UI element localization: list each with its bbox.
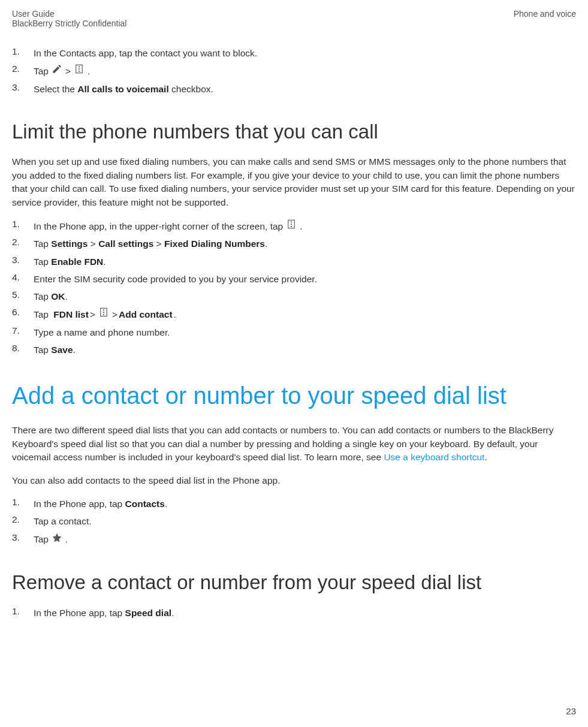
svg-point-5 [291,221,292,222]
step-text: Tap . [34,532,576,547]
list-item: 3. Tap Enable FDN. [12,255,576,269]
list-item: 2. Tap > . [12,64,576,78]
step-text: In the Phone app, tap Contacts. [34,497,576,511]
text-fragment: Tap [34,257,51,267]
step-text: Tap Save. [34,343,576,357]
text-fragment: . [174,307,176,321]
step-text: Tap > . [34,64,576,78]
header-confidential: BlackBerry Strictly Confidential [12,19,126,28]
step-text: Tap Settings > Call settings > Fixed Dia… [34,237,576,251]
section2-para2: You can also add contacts to the speed d… [12,474,576,487]
more-vert-icon [98,307,109,321]
step-number: 3. [12,82,34,96]
page-number: 23 [566,706,576,716]
main-heading-speed-dial: Add a contact or number to your speed di… [12,381,576,411]
svg-point-10 [103,312,104,313]
text-fragment: . [65,291,68,301]
text-fragment: > [88,239,98,249]
text-fragment: In the Phone app, tap [34,499,125,509]
text-fragment: In the Phone app, in the upper-right cor… [34,219,283,233]
svg-point-7 [291,226,292,227]
step-text: Tap a contact. [34,514,576,528]
text-fragment: Tap [34,239,51,249]
edit-icon [52,64,62,78]
header-user-guide: User Guide [12,9,126,19]
list-item: 4. Enter the SIM security code provided … [12,272,576,286]
svg-point-2 [79,68,80,70]
step-number: 1. [12,219,34,233]
text-fragment: > [65,64,71,78]
step-text: Tap OK. [34,289,576,303]
step-number: 2. [12,64,34,78]
text-fragment: . [73,345,76,355]
svg-point-1 [79,66,80,67]
step-number: 3. [12,255,34,269]
svg-point-3 [79,71,80,72]
step-number: 6. [12,307,34,321]
text-fragment: In the Phone app, tap [34,608,125,618]
list-item: 1. In the Phone app, tap Contacts. [12,497,576,511]
bold-text: All calls to voicemail [77,84,168,94]
list-item: 1. In the Phone app, in the upper-right … [12,219,576,233]
section2-steps: 1. In the Phone app, tap Contacts. 2. Ta… [12,497,576,547]
list-item: 5. Tap OK. [12,289,576,303]
text-fragment: Tap [34,291,51,301]
step-number: 2. [12,237,34,251]
section3-steps: 1. In the Phone app, tap Speed dial. [12,606,576,620]
text-fragment: > [90,307,95,321]
text-fragment: . [484,452,487,462]
section2-para1: There are two different speed dial lists… [12,424,576,464]
step-text: In the Contacts app, tap the contact you… [34,46,576,60]
text-fragment: Tap [34,64,49,78]
list-item: 3. Select the All calls to voicemail che… [12,82,576,96]
text-fragment: . [103,257,105,267]
text-fragment: . [265,239,267,249]
link-keyboard-shortcut[interactable]: Use a keyboard shortcut [384,452,484,462]
header-left: User Guide BlackBerry Strictly Confident… [12,9,126,28]
step-number: 1. [12,46,34,60]
bold-text: Enable FDN [51,257,103,267]
list-item: 6. Tap FDN list > > Add contact. [12,307,576,321]
bold-text: Contacts [125,499,165,509]
text-fragment: Tap [34,532,49,546]
star-icon [52,532,62,547]
step-text: In the Phone app, tap Speed dial. [34,606,576,620]
svg-point-11 [103,314,104,315]
list-item: 7. Type a name and phone number. [12,325,576,339]
text-fragment: . [171,608,174,618]
text-fragment: Tap [34,307,49,321]
bold-text: OK [51,291,65,301]
list-item: 8. Tap Save. [12,343,576,357]
bold-text: Settings [51,239,88,249]
section1-steps: 1. In the Phone app, in the upper-right … [12,219,576,357]
step-text: Select the All calls to voicemail checkb… [34,82,576,96]
text-fragment: . [300,219,302,233]
section-heading-limit: Limit the phone numbers that you can cal… [12,120,576,144]
bold-text: Save [51,345,73,355]
list-item: 1. In the Phone app, tap Speed dial. [12,606,576,620]
bold-text: Speed dial [125,608,172,618]
block1-steps: 1. In the Contacts app, tap the contact … [12,46,576,96]
text-fragment: > [153,239,164,249]
step-number: 3. [12,532,34,547]
step-number: 1. [12,606,34,620]
list-item: 3. Tap . [12,532,576,547]
list-item: 2. Tap Settings > Call settings > Fixed … [12,237,576,251]
more-vert-icon [74,64,85,78]
text-fragment: Select the [34,84,77,94]
text-fragment: > [112,307,117,321]
list-item: 2. Tap a contact. [12,514,576,528]
step-number: 7. [12,325,34,339]
step-number: 2. [12,514,34,528]
step-text: Tap Enable FDN. [34,255,576,269]
step-number: 1. [12,497,34,511]
svg-point-6 [291,224,292,225]
step-text: Enter the SIM security code provided to … [34,272,576,286]
page-header: User Guide BlackBerry Strictly Confident… [12,9,576,28]
text-fragment: . [65,532,68,546]
step-number: 5. [12,289,34,303]
text-fragment: . [88,64,90,78]
step-text: Tap FDN list > > Add contact. [34,307,576,321]
text-fragment: . [165,499,167,509]
text-fragment: Tap [34,345,51,355]
